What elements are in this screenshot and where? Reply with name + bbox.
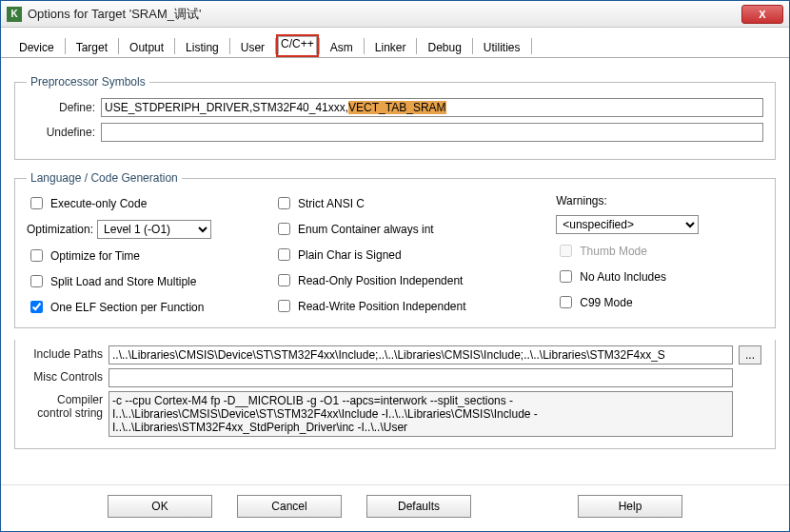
paths-group: Include Paths ... Misc Controls Compiler… [14, 340, 776, 449]
misc-controls-input[interactable] [109, 368, 733, 387]
ok-button[interactable]: OK [108, 495, 212, 518]
dialog-footer: OK Cancel Defaults Help [1, 484, 789, 531]
execute-only-checkbox[interactable]: Execute-only Code [27, 194, 257, 212]
tab-asm[interactable]: Asm [322, 36, 362, 58]
ro-pi-checkbox[interactable]: Read-Only Position Independent [274, 271, 539, 289]
strict-ansi-checkbox[interactable]: Strict ANSI C [274, 194, 539, 212]
compiler-string-label: Compiler control string [27, 391, 103, 420]
include-paths-browse-button[interactable]: ... [739, 345, 761, 365]
tab-strip: Device Target Output Listing User C/C++ … [1, 28, 789, 58]
thumb-mode-checkbox: Thumb Mode [556, 242, 763, 260]
define-value-plain: USE_STDPERIPH_DRIVER,STM32F40_41xxx, [105, 101, 348, 114]
one-elf-checkbox[interactable]: One ELF Section per Function [27, 298, 257, 316]
tab-output[interactable]: Output [121, 36, 172, 58]
cancel-button[interactable]: Cancel [237, 495, 342, 518]
include-paths-input[interactable] [109, 345, 733, 365]
app-icon: K [7, 7, 22, 22]
codegen-legend: Language / Code Generation [27, 171, 182, 185]
tab-content: Preprocessor Symbols Define: USE_STDPERI… [1, 58, 789, 484]
define-label: Define: [27, 101, 101, 114]
plain-char-checkbox[interactable]: Plain Char is Signed [274, 246, 539, 264]
misc-controls-label: Misc Controls [27, 368, 103, 384]
include-paths-label: Include Paths [27, 345, 103, 361]
no-auto-includes-checkbox[interactable]: No Auto Includes [556, 267, 763, 286]
tab-device[interactable]: Device [10, 36, 63, 58]
tab-user[interactable]: User [232, 36, 273, 58]
window-title: Options for Target 'SRAM_调试' [28, 6, 741, 23]
defaults-button[interactable]: Defaults [366, 495, 471, 518]
help-button[interactable]: Help [578, 495, 682, 518]
tab-linker[interactable]: Linker [366, 36, 415, 58]
tab-utilities[interactable]: Utilities [475, 36, 529, 58]
tab-debug[interactable]: Debug [419, 36, 469, 58]
preprocessor-group: Preprocessor Symbols Define: USE_STDPERI… [14, 75, 776, 160]
undefine-label: Undefine: [27, 126, 101, 139]
close-button[interactable]: X [741, 5, 783, 24]
split-load-checkbox[interactable]: Split Load and Store Multiple [27, 272, 257, 290]
enum-container-checkbox[interactable]: Enum Container always int [274, 220, 539, 238]
rw-pi-checkbox[interactable]: Read-Write Position Independent [274, 297, 539, 315]
warnings-select[interactable]: <unspecified> [556, 215, 699, 234]
warnings-label: Warnings: [556, 194, 763, 207]
titlebar: K Options for Target 'SRAM_调试' X [1, 1, 789, 28]
optimization-select[interactable]: Level 1 (-O1) [97, 220, 211, 239]
tab-listing[interactable]: Listing [177, 36, 227, 58]
define-value-highlight: VECT_TAB_SRAM [348, 101, 445, 114]
optimize-time-checkbox[interactable]: Optimize for Time [27, 246, 257, 265]
compiler-string-display: -c --cpu Cortex-M4 fp -D__MICROLIB -g -O… [109, 391, 733, 437]
undefine-input[interactable] [101, 123, 763, 142]
tab-ccpp[interactable]: C/C++ [278, 36, 317, 55]
tab-target[interactable]: Target [68, 36, 116, 58]
define-input[interactable]: USE_STDPERIPH_DRIVER,STM32F40_41xxx,VECT… [101, 98, 763, 117]
c99-mode-checkbox[interactable]: C99 Mode [556, 293, 763, 311]
optimization-label: Optimization: [27, 223, 93, 236]
preprocessor-legend: Preprocessor Symbols [27, 75, 149, 89]
codegen-group: Language / Code Generation Execute-only … [14, 171, 776, 328]
